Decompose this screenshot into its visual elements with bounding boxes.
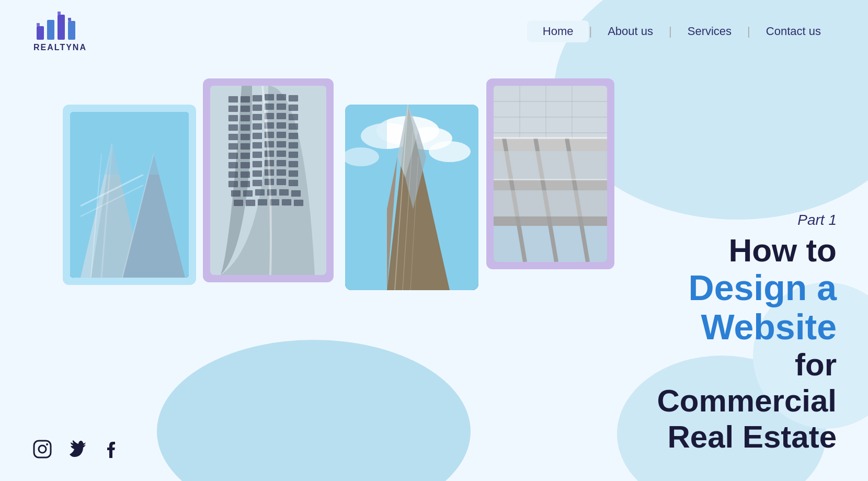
svg-rect-44	[253, 133, 262, 139]
svg-rect-89	[294, 200, 303, 206]
nav-about[interactable]: About us	[592, 20, 669, 42]
twitter-icon[interactable]	[66, 438, 88, 460]
svg-rect-73	[241, 181, 250, 187]
headline-line3: for Commercial Real Estate	[643, 347, 837, 455]
svg-rect-66	[229, 171, 238, 178]
nav-contact[interactable]: Contact us	[750, 20, 837, 42]
svg-rect-105	[494, 138, 607, 151]
svg-rect-31	[241, 115, 250, 121]
header: REALTYNA Home | About us | Services | Co…	[0, 0, 868, 63]
photo-2	[203, 78, 334, 282]
svg-rect-60	[229, 162, 238, 168]
svg-rect-0	[37, 26, 44, 40]
svg-rect-85	[246, 200, 255, 206]
svg-rect-3	[68, 21, 75, 40]
instagram-icon[interactable]	[31, 438, 53, 460]
svg-rect-121	[494, 179, 607, 180]
facebook-icon[interactable]	[100, 438, 122, 460]
svg-rect-83	[291, 190, 301, 197]
svg-rect-61	[241, 162, 250, 168]
svg-rect-28	[277, 104, 286, 110]
svg-rect-40	[277, 122, 286, 129]
svg-rect-19	[241, 96, 250, 102]
logo-icon	[31, 10, 89, 42]
svg-rect-53	[289, 142, 298, 148]
svg-rect-78	[231, 190, 241, 197]
svg-rect-26	[253, 105, 262, 111]
svg-rect-32	[253, 114, 262, 120]
svg-rect-52	[277, 141, 286, 147]
svg-rect-18	[229, 96, 238, 102]
svg-rect-20	[253, 95, 262, 101]
photo-1	[63, 105, 196, 285]
photos-wrapper	[31, 73, 633, 476]
headline-line2: Design a Website	[643, 268, 837, 347]
svg-rect-76	[277, 179, 286, 185]
logo-area: REALTYNA	[31, 10, 89, 52]
svg-rect-27	[265, 104, 274, 110]
svg-rect-70	[277, 169, 286, 176]
svg-rect-30	[229, 115, 238, 121]
svg-rect-42	[229, 134, 238, 140]
svg-rect-48	[229, 143, 238, 150]
svg-rect-67	[241, 171, 250, 178]
svg-rect-1	[47, 20, 54, 40]
svg-rect-35	[289, 114, 298, 120]
svg-rect-25	[241, 106, 250, 112]
nav-services[interactable]: Services	[672, 20, 747, 42]
svg-rect-49	[241, 143, 250, 150]
svg-rect-41	[289, 123, 298, 130]
photo-4	[486, 78, 614, 269]
logo-text: REALTYNA	[33, 43, 87, 52]
headline-line1: How to	[643, 233, 837, 268]
text-section: Part 1 How to Design a Website for Comme…	[633, 63, 868, 481]
svg-rect-36	[229, 124, 238, 131]
svg-rect-22	[277, 94, 286, 100]
svg-rect-51	[265, 141, 274, 147]
part-label: Part 1	[643, 212, 837, 228]
svg-rect-71	[289, 170, 298, 177]
svg-rect-47	[289, 133, 298, 139]
svg-rect-56	[253, 152, 262, 158]
svg-rect-46	[277, 132, 286, 138]
svg-rect-37	[241, 124, 250, 131]
main-nav: Home | About us | Services | Contact us	[527, 20, 837, 42]
svg-rect-68	[253, 170, 262, 177]
svg-rect-6	[68, 18, 71, 21]
svg-rect-55	[241, 153, 250, 159]
svg-rect-34	[277, 113, 286, 119]
svg-rect-88	[282, 199, 291, 205]
svg-point-123	[39, 445, 46, 453]
nav-home[interactable]: Home	[527, 20, 589, 42]
svg-rect-43	[241, 134, 250, 140]
svg-rect-23	[289, 95, 298, 101]
svg-rect-24	[229, 106, 238, 112]
svg-rect-80	[255, 189, 265, 196]
images-section	[0, 63, 633, 481]
svg-rect-64	[277, 160, 286, 166]
svg-rect-72	[229, 181, 238, 187]
photo-3	[345, 105, 478, 290]
svg-rect-62	[253, 161, 262, 167]
svg-rect-16	[70, 112, 189, 175]
svg-rect-111	[494, 86, 607, 138]
svg-rect-84	[234, 200, 243, 206]
svg-rect-79	[243, 190, 253, 197]
svg-rect-2	[58, 15, 65, 40]
svg-rect-82	[279, 189, 289, 196]
svg-rect-122	[34, 441, 51, 457]
svg-rect-58	[277, 151, 286, 157]
social-bar	[31, 438, 122, 460]
svg-rect-119	[494, 190, 607, 216]
svg-marker-103	[345, 105, 387, 290]
svg-rect-74	[253, 180, 262, 186]
svg-rect-29	[289, 105, 298, 111]
svg-point-95	[429, 141, 471, 162]
main-content: Part 1 How to Design a Website for Comme…	[0, 63, 868, 481]
svg-rect-50	[253, 142, 262, 148]
svg-rect-86	[258, 199, 267, 205]
svg-rect-38	[253, 123, 262, 130]
svg-rect-77	[289, 180, 298, 186]
svg-rect-81	[267, 189, 277, 196]
svg-rect-5	[58, 12, 61, 15]
